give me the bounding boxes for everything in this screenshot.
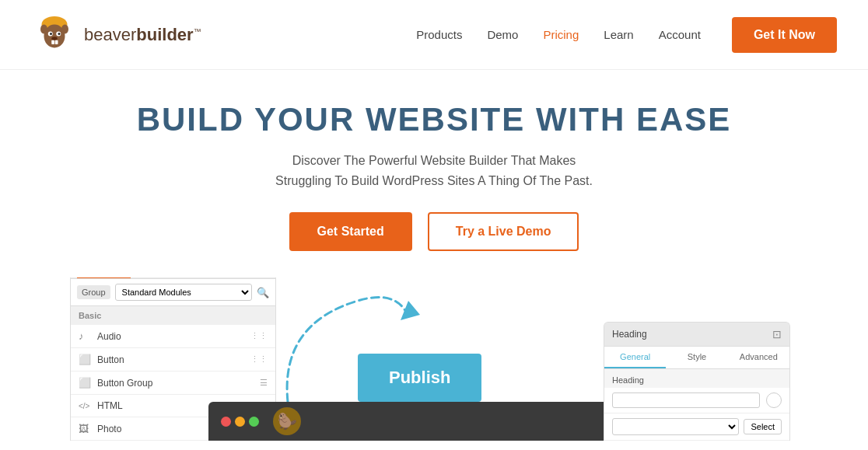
tab-style[interactable]: Style	[666, 347, 727, 368]
nav-account[interactable]: Account	[659, 28, 701, 41]
panel-right-title: Heading	[612, 329, 647, 340]
svg-rect-10	[51, 40, 54, 44]
svg-marker-12	[401, 301, 420, 320]
svg-point-3	[40, 24, 47, 33]
heading-select-row: Select	[604, 413, 789, 441]
module-label-photo: Photo	[97, 424, 121, 434]
panel-toolbar: Group Standard Modules 🔍	[71, 279, 275, 306]
beaver-logo-icon	[31, 12, 78, 58]
button-icon: ⬜	[79, 354, 91, 365]
panel-close-icon[interactable]: ⊡	[772, 328, 782, 340]
heading-tag-select[interactable]	[612, 418, 739, 435]
nav-products[interactable]: Products	[416, 28, 462, 41]
audio-icon: ♪	[79, 330, 91, 342]
heading-text-input[interactable]	[612, 392, 760, 408]
close-window-btn[interactable]	[221, 417, 231, 427]
maximize-window-btn[interactable]	[249, 417, 259, 427]
svg-point-7	[50, 33, 52, 35]
photo-icon: 🖼	[79, 423, 91, 434]
tab-saved[interactable]: Saved	[227, 277, 269, 278]
module-item-button[interactable]: ⬜ Button ⋮⋮	[71, 348, 275, 372]
heading-field-label: Heading	[604, 369, 789, 388]
heading-field-row	[604, 388, 789, 413]
logo-text: beaverbuilder™	[84, 25, 201, 45]
get-it-now-button[interactable]: Get It Now	[732, 17, 837, 53]
logo[interactable]: beaverbuilder™	[31, 12, 201, 58]
button-group-icon: ⬜	[79, 377, 91, 389]
svg-rect-11	[55, 40, 58, 44]
minimize-window-btn[interactable]	[235, 417, 245, 427]
panel-right-header: Heading ⊡	[604, 323, 789, 347]
tab-general[interactable]: General	[604, 347, 666, 368]
svg-point-4	[61, 24, 68, 33]
publish-button[interactable]: Publish	[358, 354, 481, 402]
html-icon: </>	[79, 402, 91, 410]
module-item-audio[interactable]: ♪ Audio ⋮⋮	[71, 325, 275, 348]
window-controls	[221, 417, 259, 427]
panel-right-tabs: General Style Advanced	[604, 347, 789, 369]
try-live-demo-button[interactable]: Try a Live Demo	[428, 212, 579, 251]
module-label-html: HTML	[97, 400, 123, 411]
tab-advanced[interactable]: Advanced	[728, 347, 789, 368]
ui-preview: Modules Rows Templates Saved Group Stand…	[0, 277, 868, 441]
module-label-audio: Audio	[97, 331, 121, 342]
get-started-button[interactable]: Get Started	[289, 212, 412, 251]
module-label-button-group: Button Group	[97, 378, 152, 389]
select-button[interactable]: Select	[744, 419, 782, 434]
module-label-button: Button	[97, 354, 124, 365]
svg-point-8	[58, 33, 61, 35]
tab-rows[interactable]: Rows	[131, 277, 170, 278]
group-label: Group	[77, 285, 110, 299]
tab-modules[interactable]: Modules	[77, 277, 131, 278]
main-nav: Products Demo Pricing Learn Account	[416, 28, 701, 41]
hero-subheading: Discover The Powerful Website Builder Th…	[16, 151, 852, 190]
heading-settings-panel: Heading ⊡ General Style Advanced Heading…	[604, 322, 790, 441]
modules-select[interactable]: Standard Modules	[115, 284, 252, 301]
hero-section: BUILD YOUR WEBSITE WITH EASE Discover Th…	[0, 70, 868, 270]
tab-templates[interactable]: Templates	[170, 277, 228, 278]
beaver-avatar: 🦫	[273, 407, 301, 435]
nav-pricing[interactable]: Pricing	[543, 28, 579, 41]
nav-learn[interactable]: Learn	[604, 28, 633, 41]
hero-buttons: Get Started Try a Live Demo	[16, 212, 852, 251]
heading-toggle[interactable]	[766, 392, 782, 408]
hero-heading: BUILD YOUR WEBSITE WITH EASE	[16, 101, 852, 138]
svg-point-9	[51, 37, 58, 40]
basic-section-label: Basic	[71, 306, 275, 325]
nav-demo[interactable]: Demo	[487, 28, 518, 41]
module-item-button-group[interactable]: ⬜ Button Group ☰	[71, 372, 275, 395]
